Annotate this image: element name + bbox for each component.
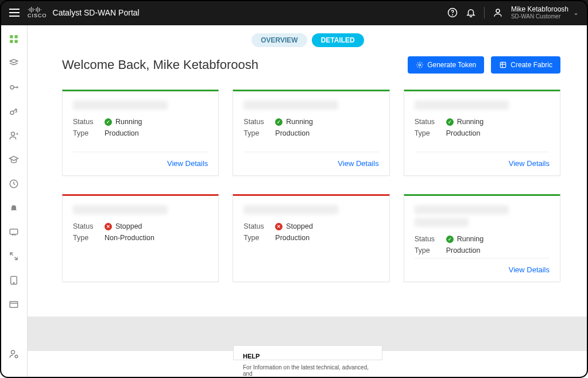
- svg-rect-4: [14, 35, 17, 38]
- create-fabric-label: Create Fabric: [510, 61, 552, 69]
- user-role-label: SD-WAN Customer: [511, 13, 568, 20]
- svg-point-1: [452, 14, 453, 15]
- svg-rect-6: [14, 40, 17, 43]
- status-dot-icon: ✓: [105, 118, 112, 126]
- type-value: Production: [105, 129, 139, 137]
- type-value: Production: [275, 234, 310, 242]
- svg-rect-5: [10, 40, 13, 43]
- nav-layers-icon[interactable]: [5, 55, 23, 71]
- help-title: HELP: [243, 353, 373, 360]
- user-menu[interactable]: Mike Ketabforoosh SD-WAN Customer ⌄: [511, 6, 579, 20]
- status-value: Running: [457, 235, 484, 243]
- menu-icon[interactable]: [9, 9, 20, 17]
- fabric-name-redacted: [73, 205, 168, 214]
- svg-point-16: [15, 355, 18, 358]
- top-bar: ·ı|ı·ı|ı· CISCO Catalyst SD-WAN Portal M…: [0, 0, 588, 25]
- welcome-heading: Welcome Back, Mike Ketabforoosh: [62, 57, 258, 72]
- type-label: Type: [243, 234, 275, 242]
- type-label: Type: [73, 234, 105, 242]
- type-value: Production: [275, 129, 310, 137]
- main-area: OVERVIEW DETAILED Welcome Back, Mike Ket…: [28, 25, 588, 378]
- status-label: Status: [243, 222, 275, 230]
- status-label: Status: [73, 222, 105, 230]
- divider: [484, 7, 485, 18]
- fabric-card: Status✕StoppedTypeProduction: [233, 194, 389, 282]
- svg-point-2: [496, 9, 500, 13]
- status-value: Running: [115, 118, 142, 126]
- cisco-logo: ·ı|ı·ı|ı· CISCO: [28, 7, 47, 18]
- view-tabs: OVERVIEW DETAILED: [28, 25, 588, 52]
- status-label: Status: [415, 118, 446, 126]
- generate-token-button[interactable]: Generate Token: [408, 56, 484, 74]
- footer-strip: HELP For Information on the latest techn…: [28, 317, 588, 351]
- nav-user-add-icon[interactable]: [5, 128, 23, 144]
- generate-token-label: Generate Token: [427, 61, 476, 69]
- side-nav: [0, 25, 28, 378]
- status-value: Stopped: [115, 222, 142, 230]
- fabric-card: Status✓RunningTypeProductionView Details: [404, 194, 560, 282]
- help-body: For Information on the latest technical,…: [243, 364, 373, 377]
- status-dot-icon: ✓: [446, 118, 454, 126]
- svg-point-9: [11, 132, 14, 136]
- nav-dashboard-icon[interactable]: [5, 31, 23, 47]
- view-details-link[interactable]: View Details: [509, 265, 550, 274]
- status-dot-icon: ✓: [275, 118, 283, 126]
- status-dot-icon: ✓: [446, 236, 454, 243]
- type-value: Non-Production: [105, 234, 154, 242]
- svg-point-8: [10, 111, 14, 114]
- status-value: Running: [457, 118, 484, 126]
- svg-point-13: [13, 283, 14, 284]
- nav-bell2-icon[interactable]: [5, 200, 23, 216]
- fabric-card: Status✓RunningTypeProductionView Details: [62, 90, 219, 176]
- status-value: Running: [286, 118, 313, 126]
- type-label: Type: [415, 246, 446, 254]
- svg-rect-18: [501, 62, 506, 67]
- nav-education-icon[interactable]: [5, 152, 23, 168]
- nav-user-settings-icon[interactable]: [5, 346, 23, 362]
- fabric-name-redacted: [73, 101, 168, 110]
- fabric-card: Status✕StoppedTypeNon-Production: [62, 194, 219, 282]
- type-label: Type: [415, 129, 446, 137]
- fabric-name-redacted: [415, 101, 509, 110]
- bell-icon[interactable]: [466, 7, 476, 18]
- nav-resize-icon[interactable]: [5, 248, 23, 264]
- fabric-card: Status✓RunningTypeProductionView Details: [404, 90, 560, 176]
- status-label: Status: [73, 118, 105, 126]
- nav-clock-icon[interactable]: [5, 176, 23, 192]
- status-label: Status: [415, 235, 446, 243]
- svg-rect-11: [10, 229, 18, 234]
- nav-window-icon[interactable]: [5, 296, 23, 313]
- type-value: Production: [446, 129, 481, 137]
- svg-point-17: [419, 64, 421, 66]
- help-panel: HELP For Information on the latest techn…: [233, 345, 382, 360]
- user-name-label: Mike Ketabforoosh: [511, 6, 568, 13]
- create-fabric-button[interactable]: Create Fabric: [491, 56, 560, 74]
- fabric-name-redacted: [243, 101, 338, 110]
- view-details-link[interactable]: View Details: [509, 159, 550, 168]
- tab-overview[interactable]: OVERVIEW: [252, 33, 307, 47]
- type-value: Production: [446, 246, 481, 254]
- nav-key2-icon[interactable]: [5, 103, 23, 119]
- svg-rect-3: [10, 35, 13, 38]
- user-icon[interactable]: [493, 7, 503, 18]
- view-details-link[interactable]: View Details: [338, 159, 378, 168]
- status-value: Stopped: [286, 222, 313, 230]
- status-dot-icon: ✕: [275, 223, 283, 230]
- view-details-link[interactable]: View Details: [167, 159, 208, 168]
- fabric-name-redacted: [243, 205, 338, 214]
- fabric-grid: Status✓RunningTypeProductionView Details…: [62, 90, 560, 282]
- nav-chat-icon[interactable]: [5, 224, 23, 240]
- portal-title: Catalyst SD-WAN Portal: [53, 8, 140, 17]
- nav-key-icon[interactable]: [5, 79, 23, 95]
- chevron-down-icon: ⌄: [573, 9, 579, 17]
- nav-tablet-icon[interactable]: [5, 272, 23, 288]
- status-dot-icon: ✕: [105, 223, 112, 230]
- status-label: Status: [243, 118, 275, 126]
- fabric-card: Status✓RunningTypeProductionView Details: [233, 90, 389, 176]
- fabric-name-redacted: [415, 205, 509, 214]
- svg-point-7: [10, 86, 14, 89]
- help-icon[interactable]: [447, 7, 458, 18]
- type-label: Type: [73, 129, 105, 137]
- svg-rect-14: [10, 302, 18, 308]
- tab-detailed[interactable]: DETAILED: [312, 33, 364, 47]
